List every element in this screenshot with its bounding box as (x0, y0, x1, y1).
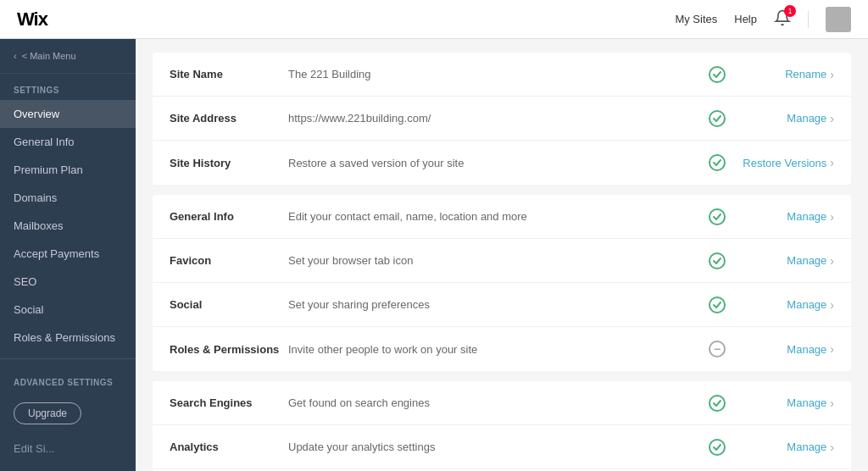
chevron-right-icon: › (830, 68, 834, 81)
check-circle-icon (709, 252, 726, 269)
chevron-right-icon: › (830, 254, 834, 268)
row-action: Restore Versions› (732, 156, 834, 169)
sidebar-item-accept-payments[interactable]: Accept Payments (0, 240, 136, 268)
sidebar-item-mailboxes[interactable]: Mailboxes (0, 212, 136, 240)
sidebar-item-roles-permissions[interactable]: Roles & Permissions (0, 324, 136, 352)
row-description: Update your analytics settings (288, 441, 702, 453)
check-circle-icon (709, 66, 726, 83)
table-row: Site NameThe 221 BuildingRename› (153, 53, 851, 97)
sidebar-item-premium-plan[interactable]: Premium Plan (0, 156, 136, 184)
action-link[interactable]: Restore Versions (743, 157, 826, 169)
check-circle-icon (709, 395, 726, 412)
check-circle-icon (709, 208, 726, 225)
action-link[interactable]: Manage (787, 441, 826, 453)
upgrade-button[interactable]: Upgrade (14, 402, 81, 424)
table-row: General InfoEdit your contact email, nam… (153, 195, 851, 239)
action-link[interactable]: Manage (787, 298, 826, 311)
row-name-label: Site History (170, 157, 288, 169)
main-menu-back[interactable]: ‹ < Main Menu (0, 39, 136, 74)
table-row: Site Addresshttps://www.221building.com/… (153, 97, 851, 141)
action-link[interactable]: Manage (787, 343, 826, 356)
row-status-icon (702, 110, 732, 127)
chevron-right-icon: › (830, 210, 834, 224)
row-action: Manage› (732, 342, 834, 356)
sidebar-item-social[interactable]: Social (0, 296, 136, 324)
check-circle-icon (709, 439, 726, 456)
row-description: The 221 Building (288, 68, 702, 80)
table-row: Site HistoryRestore a saved version of y… (153, 141, 851, 185)
row-status-icon (702, 252, 732, 269)
row-name-label: Analytics (170, 441, 288, 453)
nav-separator (808, 11, 809, 28)
row-description: Edit your contact email, name, location … (288, 210, 702, 223)
row-action: Rename› (732, 68, 834, 81)
chevron-right-icon: › (830, 298, 834, 312)
check-circle-icon (709, 110, 726, 127)
main-layout: ‹ < Main Menu SETTINGS OverviewGeneral I… (0, 39, 868, 471)
wix-logo: Wix (17, 8, 47, 30)
help-link[interactable]: Help (734, 13, 757, 25)
row-action: Manage› (732, 396, 834, 410)
row-name-label: Site Name (170, 68, 288, 80)
avatar[interactable] (826, 7, 851, 32)
row-status-icon (702, 395, 732, 412)
row-status-icon (702, 66, 732, 83)
row-status-icon (702, 296, 732, 313)
edit-site-item[interactable]: Edit Si... (0, 435, 136, 463)
row-description: Restore a saved version of your site (288, 157, 702, 169)
back-arrow-icon: ‹ (14, 51, 17, 61)
row-name-label: Search Engines (170, 396, 288, 409)
row-description: Set your sharing preferences (288, 298, 702, 311)
row-description: Set your browser tab icon (288, 254, 702, 267)
row-action: Manage› (732, 210, 834, 224)
row-name-label: Roles & Permissions (170, 343, 288, 356)
top-nav-right: My Sites Help 1 (675, 7, 851, 32)
row-description: Invite other people to work on your site (288, 343, 702, 356)
notification-icon[interactable]: 1 (774, 9, 791, 29)
sidebar-nav: OverviewGeneral InfoPremium PlanDomainsM… (0, 100, 136, 352)
row-status-icon (702, 208, 732, 225)
sidebar-item-overview[interactable]: Overview (0, 100, 136, 128)
row-action: Manage› (732, 298, 834, 312)
chevron-right-icon: › (830, 112, 834, 125)
table-row: Roles & PermissionsInvite other people t… (153, 327, 851, 371)
row-status-icon: − (702, 341, 732, 357)
row-name-label: General Info (170, 210, 288, 223)
card-site: Site NameThe 221 BuildingRename›Site Add… (153, 53, 851, 185)
table-row: AnalyticsUpdate your analytics settingsM… (153, 425, 851, 469)
notif-badge: 1 (784, 5, 796, 17)
action-link[interactable]: Manage (787, 112, 826, 125)
row-status-icon (702, 439, 732, 456)
table-row: Search EnginesGet found on search engine… (153, 381, 851, 425)
row-action: Manage› (732, 441, 834, 454)
action-link[interactable]: Manage (787, 210, 826, 223)
table-row: SocialSet your sharing preferencesManage… (153, 283, 851, 327)
action-link[interactable]: Manage (787, 396, 826, 409)
chevron-right-icon: › (830, 441, 834, 454)
chevron-right-icon: › (830, 342, 834, 356)
sidebar: ‹ < Main Menu SETTINGS OverviewGeneral I… (0, 39, 136, 471)
action-link[interactable]: Rename (785, 68, 826, 80)
sidebar-divider (0, 358, 136, 359)
sidebar-item-general-info[interactable]: General Info (0, 128, 136, 156)
card-advanced: Search EnginesGet found on search engine… (153, 381, 851, 471)
sidebar-item-domains[interactable]: Domains (0, 184, 136, 212)
row-name-label: Social (170, 298, 288, 311)
action-link[interactable]: Manage (787, 254, 826, 267)
row-status-icon (702, 154, 732, 171)
check-circle-icon (709, 296, 726, 313)
content-area: Site NameThe 221 BuildingRename›Site Add… (136, 39, 868, 471)
card-general: General InfoEdit your contact email, nam… (153, 195, 851, 371)
advanced-section-label: ADVANCED SETTINGS (0, 366, 136, 392)
main-menu-label: < Main Menu (22, 51, 76, 61)
settings-cards: Site NameThe 221 BuildingRename›Site Add… (153, 53, 851, 471)
row-action: Manage› (732, 112, 834, 125)
chevron-right-icon: › (830, 156, 834, 169)
sidebar-bottom: Upgrade (0, 392, 136, 435)
settings-section-label: SETTINGS (0, 74, 136, 100)
row-description: https://www.221building.com/ (288, 112, 702, 125)
my-sites-link[interactable]: My Sites (675, 13, 717, 25)
sidebar-item-seo[interactable]: SEO (0, 268, 136, 296)
top-nav: Wix My Sites Help 1 (0, 0, 868, 39)
minus-circle-icon: − (709, 341, 726, 357)
